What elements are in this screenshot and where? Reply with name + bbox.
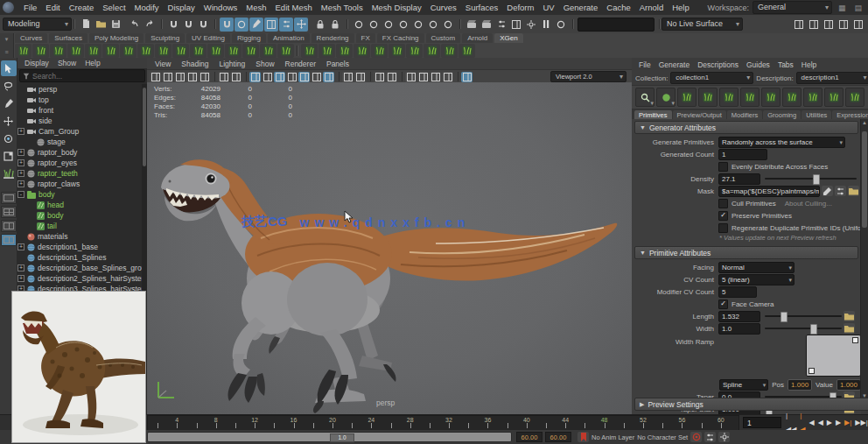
xgen-grass-icon[interactable] [172,44,189,58]
cv-count-select[interactable]: 5 (linear) [718,274,794,285]
anim-layer-select[interactable]: No Anim Layer [592,433,634,441]
shelf-tab-uv-editing[interactable]: UV Editing [186,33,230,43]
distribute-checkbox[interactable] [718,162,728,172]
snap-projected-center-icon[interactable] [220,18,234,32]
move-tool[interactable] [1,113,17,129]
mask-curves-icon[interactable] [411,18,425,32]
time-slider-ticks[interactable]: 4812162024283236404448525660 [147,415,739,431]
mask-surfaces-icon[interactable] [426,18,440,32]
end-time-field[interactable]: 60.00 [516,432,542,442]
viewport-renderer-select[interactable]: Viewport 2.0 [550,71,626,82]
menu-mesh-display[interactable]: Mesh Display [368,1,426,14]
prefs-icon[interactable] [718,432,730,442]
viewport-menu-renderer[interactable]: Renderer [281,60,320,68]
igs-comb-icon[interactable] [336,44,353,58]
mask-paint-icon[interactable] [835,186,846,196]
modeling-toolkit-icon[interactable] [792,18,806,32]
preserve-uv-icon[interactable] [294,18,308,32]
width-field[interactable]: 1.0 [718,323,760,335]
rotate-tool[interactable] [1,130,17,146]
field-chart-icon[interactable] [298,72,310,82]
reflection-icon[interactable] [279,18,293,32]
xgen-clump-brush-icon[interactable] [824,88,844,107]
xgen-edit-description-icon[interactable] [32,44,49,58]
xgen-noise-brush-icon[interactable] [845,88,864,107]
xgen-length-brush-icon[interactable] [803,88,822,107]
xgen-groom-tool[interactable] [1,166,17,181]
gate-mask-icon[interactable] [286,72,298,82]
outliner-menu-show[interactable]: Show [54,59,80,67]
outliner-item-description2-splines-hairsystem[interactable]: +description2_Splines_hairSystem [18,273,142,284]
live-surface-select[interactable]: No Live Surface [662,18,743,31]
snap-curve-icon[interactable] [181,18,195,32]
modifier-cv-count-field[interactable]: 5 [718,286,757,298]
interpolation-select[interactable]: Spline [719,379,768,391]
menu-mesh[interactable]: Mesh [242,1,270,14]
viewport-menu-panels[interactable]: Panels [322,60,354,68]
menu-file[interactable]: File [19,1,41,14]
snap-grid-icon[interactable] [166,18,180,32]
igs-brush-icon[interactable] [354,44,370,58]
expander-icon[interactable]: + [18,128,24,135]
generate-primitives-select[interactable]: Randomly across the surface [718,137,845,148]
outliner-item-raptor-eyes[interactable]: +raptor_eyes [18,158,142,168]
section-header-generator-attributes[interactable]: ▼Generator Attributes [634,121,858,134]
viewport-canvas[interactable]: Verts:4202900Edges:8405800Faces:4203000T… [147,82,632,414]
pause-viewport-icon[interactable] [539,18,553,32]
raptor-model[interactable] [147,82,632,414]
shelf-tab-animation[interactable]: Animation [268,33,310,43]
select-tool[interactable] [1,60,17,76]
shelf-tab-poly-modeling[interactable]: Poly Modeling [89,33,144,43]
step-forward-button[interactable]: ▶ [834,416,843,430]
outliner-item-cam-group[interactable]: +Cam_Group [18,126,142,137]
end-range-field[interactable]: 60.00 [545,432,571,442]
frame-selection-icon[interactable] [354,72,366,82]
xgen-scrollbar[interactable]: ▲ ▼ [860,119,868,400]
menu-cache[interactable]: Cache [602,1,634,14]
xgen-sculpt-guides-icon[interactable] [698,88,718,107]
shelf-options[interactable]: ▾≡ [0,33,14,58]
play-button[interactable]: ▶ [825,416,834,430]
menu-curves[interactable]: Curves [426,1,461,14]
xgen-menu-guides[interactable]: Guides [743,60,774,69]
channel-box-icon[interactable] [851,18,865,32]
set-key-icon[interactable] [578,432,589,442]
length-slider-handle[interactable] [780,312,788,322]
workspace-select[interactable]: General [752,1,832,14]
xgen-guide-icon[interactable] [102,44,119,58]
shelf-tab-fx-caching[interactable]: FX Caching [377,33,424,43]
preserve-checkbox[interactable]: ✓ [718,211,728,221]
select-hierarchy-icon[interactable] [352,18,366,32]
perspective-viewport[interactable]: ViewShadingLightingShowRendererPanels Ve… [147,58,632,414]
xgen-export-icon[interactable] [67,44,84,58]
igs-length-icon[interactable] [371,44,388,58]
attribute-editor-icon[interactable] [822,18,836,32]
two-d-pan-icon[interactable] [218,72,229,82]
description-select[interactable]: description1 [796,72,868,84]
viewport-menu-show[interactable]: Show [251,60,278,68]
play-backwards-button[interactable]: ◀ [816,416,825,430]
symmetry-icon[interactable] [249,18,263,32]
length-map-icon[interactable] [844,311,855,321]
menu-generate[interactable]: Generate [559,1,603,14]
regenerate-checkbox[interactable] [718,223,728,233]
numeric-input-field[interactable] [578,18,654,32]
shadows-icon[interactable] [386,72,397,82]
xgen-update-preview-icon[interactable] [677,88,696,107]
xgen-mask-icon[interactable] [225,44,242,58]
humanik-icon[interactable] [807,18,821,32]
shelf-tab-custom[interactable]: Custom [426,33,461,43]
safe-action-icon[interactable] [311,72,322,82]
ramp-handle-end[interactable] [852,337,858,343]
undo-icon[interactable] [128,18,142,32]
menu-windows[interactable]: Windows [200,1,242,14]
outliner-item-head[interactable]: head [18,200,142,210]
density-slider[interactable] [765,178,857,180]
expander-icon[interactable]: + [18,159,24,166]
step-back-button[interactable]: ◀ [807,416,816,430]
xgen-create-description-icon[interactable] [15,44,32,58]
viewport-menu-shading[interactable]: Shading [177,60,213,68]
density-slider-handle[interactable] [813,174,820,185]
xgen-sphere-icon[interactable] [50,44,66,58]
tool-settings-icon[interactable] [836,18,850,32]
